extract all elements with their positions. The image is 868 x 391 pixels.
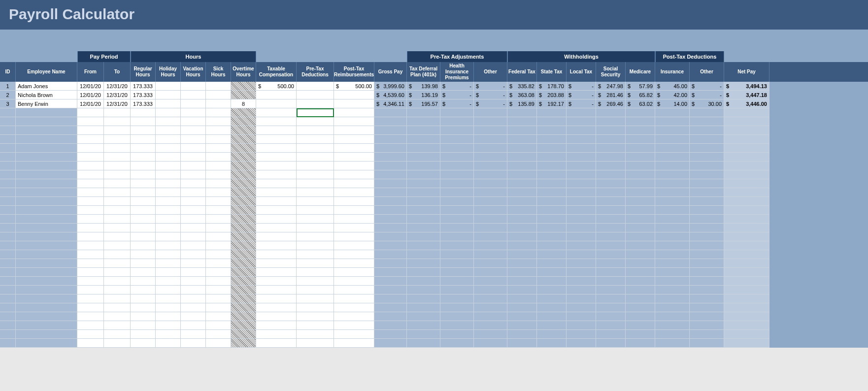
- cell-postreimb[interactable]: [334, 153, 374, 162]
- cell-health[interactable]: [440, 268, 474, 277]
- cell-taxcomp[interactable]: [256, 188, 297, 197]
- cell-localtax[interactable]: [567, 241, 596, 250]
- cell-vacation[interactable]: [181, 91, 206, 99]
- cell-medicare[interactable]: [626, 117, 655, 126]
- cell-medicare[interactable]: [626, 312, 655, 321]
- cell-fedtax[interactable]: [507, 232, 537, 241]
- cell-name[interactable]: [16, 294, 77, 303]
- table-row[interactable]: [0, 330, 868, 339]
- cell-from[interactable]: [77, 170, 104, 179]
- cell-postreimb[interactable]: [334, 277, 374, 286]
- cell-postreimb[interactable]: [334, 268, 374, 277]
- cell-id[interactable]: [0, 215, 16, 224]
- cell-health[interactable]: [440, 170, 474, 179]
- cell-statetax[interactable]: [537, 206, 567, 215]
- cell-fedtax[interactable]: [507, 259, 537, 268]
- cell-postreimb[interactable]: [334, 144, 374, 153]
- cell-statetax[interactable]: [537, 294, 567, 303]
- cell-gross[interactable]: [374, 170, 407, 179]
- cell-ss[interactable]: [596, 215, 626, 224]
- cell-taxcomp[interactable]: [256, 99, 297, 108]
- cell-sick[interactable]: [206, 330, 231, 339]
- cell-other1[interactable]: [474, 179, 507, 188]
- cell-statetax[interactable]: [537, 224, 567, 232]
- cell-vacation[interactable]: [181, 170, 206, 179]
- cell-localtax[interactable]: $-: [567, 99, 596, 108]
- cell-deferral[interactable]: [407, 153, 440, 162]
- cell-gross[interactable]: [374, 162, 407, 170]
- cell-holiday[interactable]: [156, 250, 181, 259]
- cell-medicare[interactable]: [626, 162, 655, 170]
- cell-preded[interactable]: [297, 215, 334, 224]
- cell-sick[interactable]: [206, 144, 231, 153]
- cell-gross[interactable]: [374, 179, 407, 188]
- table-row[interactable]: [0, 232, 868, 241]
- cell-postreimb[interactable]: [334, 197, 374, 206]
- cell-name[interactable]: [16, 321, 77, 330]
- cell-statetax[interactable]: [537, 170, 567, 179]
- cell-overtime[interactable]: [231, 321, 256, 330]
- cell-to[interactable]: [104, 294, 131, 303]
- cell-from[interactable]: [77, 232, 104, 241]
- cell-health[interactable]: [440, 224, 474, 232]
- cell-preded[interactable]: [297, 232, 334, 241]
- cell-overtime[interactable]: [231, 303, 256, 312]
- cell-postreimb[interactable]: [334, 294, 374, 303]
- cell-gross[interactable]: [374, 117, 407, 126]
- cell-preded[interactable]: [297, 117, 334, 126]
- cell-other1[interactable]: [474, 294, 507, 303]
- cell-fedtax[interactable]: [507, 250, 537, 259]
- cell-name[interactable]: [16, 330, 77, 339]
- cell-insurance[interactable]: [655, 241, 690, 250]
- cell-ss[interactable]: [596, 259, 626, 268]
- cell-fedtax[interactable]: [507, 162, 537, 170]
- cell-taxcomp[interactable]: [256, 108, 297, 117]
- cell-health[interactable]: [440, 321, 474, 330]
- cell-statetax[interactable]: [537, 330, 567, 339]
- cell-deferral[interactable]: [407, 303, 440, 312]
- cell-ss[interactable]: [596, 277, 626, 286]
- table-row[interactable]: [0, 259, 868, 268]
- cell-medicare[interactable]: [626, 232, 655, 241]
- cell-taxcomp[interactable]: [256, 197, 297, 206]
- cell-preded[interactable]: [297, 339, 334, 348]
- cell-insurance[interactable]: [655, 259, 690, 268]
- cell-health[interactable]: [440, 108, 474, 117]
- cell-postreimb[interactable]: [334, 170, 374, 179]
- cell-id[interactable]: [0, 126, 16, 135]
- cell-other1[interactable]: [474, 277, 507, 286]
- cell-holiday[interactable]: [156, 135, 181, 144]
- cell-gross[interactable]: [374, 108, 407, 117]
- cell-other1[interactable]: [474, 135, 507, 144]
- cell-statetax[interactable]: $178.70: [537, 82, 567, 91]
- table-row[interactable]: 2Nichola Brown12/01/2012/31/20173.333$4,…: [0, 91, 868, 99]
- cell-health[interactable]: [440, 117, 474, 126]
- cell-from[interactable]: 12/01/20: [77, 91, 104, 99]
- cell-taxcomp[interactable]: [256, 126, 297, 135]
- cell-name[interactable]: [16, 277, 77, 286]
- cell-overtime[interactable]: [231, 188, 256, 197]
- cell-sick[interactable]: [206, 170, 231, 179]
- cell-holiday[interactable]: [156, 153, 181, 162]
- cell-insurance[interactable]: $42.00: [655, 91, 690, 99]
- cell-gross[interactable]: [374, 232, 407, 241]
- cell-taxcomp[interactable]: [256, 144, 297, 153]
- cell-id[interactable]: [0, 330, 16, 339]
- cell-deferral[interactable]: [407, 170, 440, 179]
- cell-other1[interactable]: [474, 206, 507, 215]
- cell-postreimb[interactable]: [334, 99, 374, 108]
- cell-medicare[interactable]: [626, 197, 655, 206]
- cell-from[interactable]: [77, 126, 104, 135]
- cell-localtax[interactable]: [567, 215, 596, 224]
- table-row[interactable]: [0, 179, 868, 188]
- cell-holiday[interactable]: [156, 294, 181, 303]
- cell-statetax[interactable]: [537, 259, 567, 268]
- table-row[interactable]: [0, 339, 868, 348]
- cell-vacation[interactable]: [181, 224, 206, 232]
- cell-regular[interactable]: [131, 215, 156, 224]
- cell-holiday[interactable]: [156, 108, 181, 117]
- cell-gross[interactable]: [374, 294, 407, 303]
- cell-medicare[interactable]: $63.02: [626, 99, 655, 108]
- cell-medicare[interactable]: [626, 294, 655, 303]
- cell-postreimb[interactable]: [334, 224, 374, 232]
